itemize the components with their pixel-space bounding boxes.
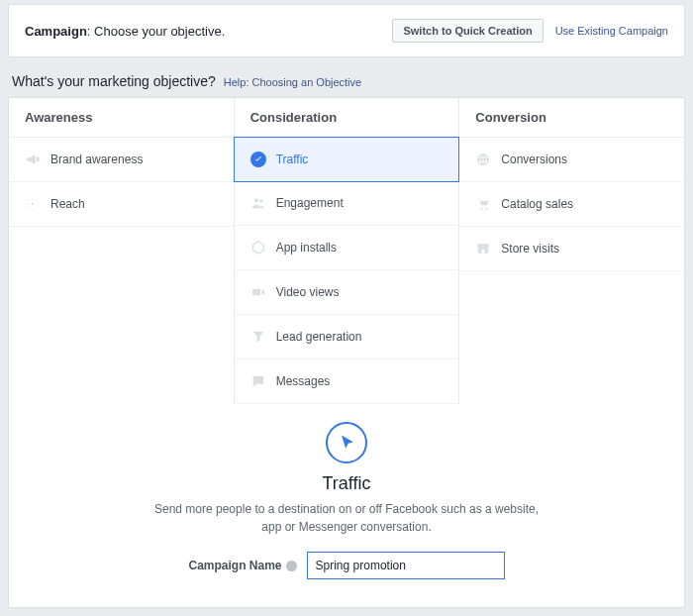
objective-label: Catalog sales <box>501 197 573 211</box>
objective-label: Lead generation <box>276 330 362 344</box>
objective-reach[interactable]: Reach <box>9 182 234 227</box>
svg-point-5 <box>481 208 483 210</box>
objective-label: Reach <box>50 197 85 211</box>
svg-rect-7 <box>482 250 485 254</box>
detail-title: Traffic <box>58 473 635 494</box>
objective-label: Engagement <box>276 196 344 210</box>
objective-brand-awareness[interactable]: Brand awareness <box>9 138 234 182</box>
switch-quick-creation-button[interactable]: Switch to Quick Creation <box>392 19 543 43</box>
svg-point-1 <box>254 198 258 202</box>
column-awareness-header: Awareness <box>9 98 234 138</box>
objective-app-installs[interactable]: App installs <box>235 226 459 270</box>
objective-label: Brand awareness <box>50 153 143 166</box>
people-icon <box>250 195 266 211</box>
svg-point-2 <box>259 199 262 202</box>
help-link[interactable]: Help: Choosing an Objective <box>224 76 361 88</box>
objective-messages[interactable]: Messages <box>235 359 459 404</box>
objective-engagement[interactable]: Engagement <box>235 181 459 226</box>
objective-video-views[interactable]: Video views <box>235 270 459 315</box>
objective-label: Messages <box>276 374 331 388</box>
objective-label: Video views <box>276 285 340 299</box>
objective-conversions[interactable]: Conversions <box>459 138 684 182</box>
column-conversion-header: Conversion <box>459 98 684 138</box>
detail-description: Send more people to a destination on or … <box>148 500 544 536</box>
chat-icon <box>250 373 266 389</box>
megaphone-icon <box>25 152 41 167</box>
objective-label: App installs <box>276 241 337 255</box>
reach-icon <box>25 196 41 212</box>
cart-icon <box>475 196 491 212</box>
column-conversion: Conversion Conversions Catalog sales Sto… <box>459 98 684 404</box>
objective-lead-generation[interactable]: Lead generation <box>235 315 459 359</box>
question-text: What's your marketing objective? <box>12 73 216 89</box>
column-awareness: Awareness Brand awareness Reach <box>9 98 235 404</box>
globe-icon <box>475 152 491 167</box>
box-icon <box>250 240 266 256</box>
store-icon <box>475 241 491 257</box>
objective-catalog-sales[interactable]: Catalog sales <box>459 182 684 227</box>
objective-label: Conversions <box>501 153 567 166</box>
objective-store-visits[interactable]: Store visits <box>459 227 684 271</box>
checkmark-icon <box>250 152 266 167</box>
column-consideration-header: Consideration <box>235 98 459 138</box>
campaign-title: Campaign: Choose your objective. <box>25 24 225 39</box>
objective-label: Store visits <box>501 242 559 256</box>
objective-grid: Awareness Brand awareness Reach Consider… <box>9 98 684 404</box>
header-actions: Switch to Quick Creation Use Existing Ca… <box>392 19 668 43</box>
column-consideration: Consideration Traffic Engagement <box>235 98 460 404</box>
video-icon <box>250 284 266 300</box>
objective-traffic[interactable]: Traffic <box>234 137 460 182</box>
info-icon[interactable] <box>286 561 297 571</box>
objective-label: Traffic <box>276 153 309 166</box>
objective-detail-section: Traffic Send more people to a destinatio… <box>9 404 684 607</box>
campaign-name-label: Campaign Name <box>188 559 296 572</box>
campaign-header-bar: Campaign: Choose your objective. Switch … <box>8 4 685 57</box>
use-existing-campaign-link[interactable]: Use Existing Campaign <box>555 25 668 37</box>
svg-point-0 <box>32 203 35 206</box>
svg-rect-3 <box>252 289 260 296</box>
question-bar: What's your marketing objective? Help: C… <box>12 73 681 89</box>
objective-panel: Awareness Brand awareness Reach Consider… <box>8 97 685 608</box>
detail-cursor-icon <box>326 422 367 463</box>
funnel-icon <box>250 329 266 345</box>
campaign-name-input[interactable] <box>307 552 505 579</box>
svg-point-6 <box>486 208 488 210</box>
campaign-name-row: Campaign Name <box>58 552 635 579</box>
